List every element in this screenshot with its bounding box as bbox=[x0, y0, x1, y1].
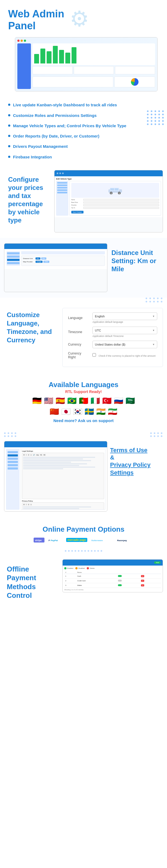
flag-de: 🇩🇪 bbox=[32, 397, 42, 405]
timezone-row: Timezone UTC ▼ Application default Timez… bbox=[68, 327, 157, 337]
features-section: Live update Kanban-style Dashboard to tr… bbox=[0, 97, 167, 167]
razorpay-logo: Razorpay bbox=[117, 538, 133, 542]
title-line2: Panel bbox=[8, 20, 35, 31]
privacy-policy-title: Privacy Policy bbox=[110, 461, 163, 469]
offline-payment-section: Offline Payment Methods Control Add Enab… bbox=[0, 554, 167, 614]
legend: Enabled Disabled Delete bbox=[64, 567, 161, 569]
available-languages-section: Available Languages RTL Support Ready! 🇩… bbox=[0, 375, 167, 431]
google-btn[interactable]: Google bbox=[35, 261, 42, 263]
flag-kr: 🇰🇷 bbox=[73, 408, 82, 415]
distance-mockup: Distance Unit Km Mile Map Provider Googl… bbox=[4, 243, 107, 292]
table-row: 3 Wallet ✕ bbox=[64, 583, 161, 588]
payment-logos: stripe P PayPal mercado pago flutterwave… bbox=[5, 538, 162, 542]
terms-text-block: Terms of Use & Privacy Policy Settings bbox=[107, 441, 167, 482]
svg-point-5 bbox=[119, 192, 120, 194]
language-sublabel: Application default language bbox=[93, 321, 157, 323]
add-payment-method-btn[interactable]: Add bbox=[154, 561, 161, 564]
col-name: Name bbox=[76, 571, 117, 574]
flags-row: 🇩🇪 🇺🇸 🇪🇸 🇧🇷 🇵🇹 🇮🇹 🇹🇷 🇷🇺 🇸🇦 bbox=[5, 397, 162, 405]
flag-tr: 🇹🇷 bbox=[102, 397, 112, 405]
flag-pt: 🇵🇹 bbox=[79, 397, 88, 405]
km-btn[interactable]: Km bbox=[35, 257, 40, 259]
flag-ir: 🇮🇷 bbox=[108, 408, 118, 415]
features-list: Live update Kanban-style Dashboard to tr… bbox=[8, 102, 159, 160]
list-item: Firebase Integration bbox=[8, 154, 159, 160]
toggle-label: Map Provider bbox=[23, 261, 34, 262]
flag-cn: 🇨🇳 bbox=[49, 408, 59, 415]
page-title: Web Admin Panel bbox=[8, 8, 64, 32]
dashboard-mockup bbox=[15, 37, 158, 91]
language-select[interactable]: English ▼ bbox=[93, 312, 157, 320]
vehicle-type-mockup: Edit Vehicle Type bbox=[54, 170, 163, 232]
table-footer: Showing 1 to 3 of 3 entries bbox=[64, 589, 161, 590]
currency-row: Currency United States dollar ($) ▼ bbox=[68, 341, 157, 348]
terms-editor[interactable]: B I U ≡ 🔗 img H1 H2 bbox=[22, 453, 104, 499]
flutterwave-logo: flutterwave bbox=[91, 538, 113, 542]
available-languages-title: Available Languages bbox=[5, 380, 162, 389]
bar-chart bbox=[33, 43, 155, 65]
toggle-on[interactable] bbox=[118, 575, 122, 577]
language-row: Language English ▼ Application default l… bbox=[68, 312, 157, 323]
svg-text:flutterwave: flutterwave bbox=[91, 539, 103, 542]
toggle-off[interactable] bbox=[118, 580, 122, 582]
flag-sa: 🇸🇦 bbox=[126, 397, 135, 405]
list-item: Customize Roles and Permissions Settings bbox=[8, 113, 159, 118]
offline-payment-mockup: Add Enabled Disabled Delete bbox=[62, 559, 163, 592]
customize-text: Customize Language, Timezone, and Curren… bbox=[0, 308, 62, 347]
mile-btn[interactable]: Mile bbox=[41, 257, 46, 259]
delete-btn[interactable]: ✕ bbox=[141, 575, 144, 577]
svg-rect-6 bbox=[110, 188, 114, 190]
toggle-on[interactable] bbox=[118, 584, 122, 586]
osm-btn[interactable]: OSM bbox=[43, 261, 49, 263]
chevron-down-icon: ▼ bbox=[153, 329, 155, 332]
bullet-icon bbox=[8, 104, 10, 106]
bullet-icon bbox=[8, 135, 10, 137]
rtl-support-subtitle: RTL Support Ready! bbox=[5, 390, 162, 394]
vehicle-section: Configure your prices and tax percentage… bbox=[0, 167, 167, 238]
delete-btn[interactable]: ✕ bbox=[141, 584, 144, 586]
vm-title: Edit Vehicle Type bbox=[56, 178, 161, 180]
list-item: Manage Vehicle Types and; Control Prices… bbox=[8, 123, 159, 129]
timezone-select[interactable]: UTC ▼ bbox=[93, 327, 157, 334]
paypal-logo: P PayPal bbox=[48, 538, 62, 542]
list-item: Order Reports (by Date, Driver, or Custo… bbox=[8, 133, 159, 139]
flag-es: 🇪🇸 bbox=[56, 397, 65, 405]
vehicle-config-text: Configure your prices and tax percentage… bbox=[0, 170, 54, 230]
bullet-icon bbox=[8, 156, 10, 158]
currency-right-checkbox[interactable] bbox=[93, 353, 96, 357]
field-label: Base Price bbox=[71, 202, 82, 203]
list-item: Live update Kanban-style Dashboard to tr… bbox=[8, 102, 159, 108]
offline-payment-text: Offline Payment Methods Control bbox=[0, 559, 62, 606]
legend-disabled: Disabled bbox=[75, 567, 85, 569]
svg-point-3 bbox=[110, 192, 112, 194]
table-row: 1 Cash ✕ bbox=[64, 574, 161, 578]
toggle-label: Distance Unit bbox=[23, 258, 34, 259]
payment-section: Online Payment Options stripe P PayPal m… bbox=[0, 517, 167, 548]
terms-editor-title: Legal Settings bbox=[22, 450, 104, 452]
stripe-icon: stripe bbox=[34, 538, 44, 542]
timezone-label: Timezone bbox=[68, 330, 90, 334]
distance-unit-text: Distance Unit Setting: Km or Mile bbox=[107, 243, 167, 279]
privacy-editor-title: Privacy Policy bbox=[22, 500, 104, 502]
privacy-editor[interactable]: B I U ≡ bbox=[22, 502, 104, 510]
ask-support-text: Need more? Ask us on support bbox=[5, 418, 162, 423]
save-vehicle-btn[interactable]: Save Changes bbox=[71, 211, 84, 214]
bullet-icon bbox=[8, 145, 10, 147]
bullet-icon bbox=[8, 114, 10, 116]
col-num: # bbox=[64, 571, 76, 574]
currency-select[interactable]: United States dollar ($) ▼ bbox=[93, 341, 157, 348]
terms-amp: & bbox=[110, 454, 163, 461]
bullet-icon bbox=[8, 124, 10, 127]
terms-of-use-title: Terms of Use bbox=[110, 446, 163, 454]
distance-section: Distance Unit Km Mile Map Provider Googl… bbox=[0, 238, 167, 298]
delete-btn[interactable]: ✕ bbox=[141, 580, 144, 582]
flag-us: 🇺🇸 bbox=[44, 397, 54, 405]
svg-text:stripe: stripe bbox=[35, 539, 42, 542]
razorpay-icon: Razorpay bbox=[117, 538, 133, 542]
divider-dots bbox=[0, 548, 167, 554]
decorative-dots-right bbox=[147, 111, 164, 125]
currency-right-row: Currency Right Check if the currency is … bbox=[68, 351, 157, 359]
mercado-logo: mercado pago bbox=[66, 538, 87, 542]
currency-right-sublabel: Check if the currency is placed to right… bbox=[98, 354, 155, 357]
timezone-sublabel: Application default Timezone bbox=[93, 335, 157, 337]
